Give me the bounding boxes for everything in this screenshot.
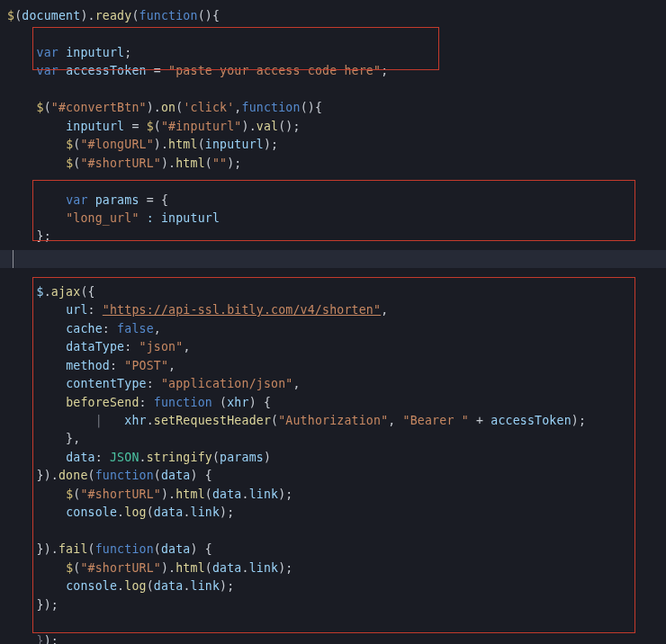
- code-token: ).: [154, 138, 168, 151]
- code-line[interactable]: };: [7, 228, 666, 246]
- code-token: function: [95, 542, 154, 556]
- code-line[interactable]: [7, 173, 666, 191]
- code-line[interactable]: [7, 264, 666, 282]
- code-token: "#convertBtn": [51, 101, 147, 114]
- code-token: html: [176, 157, 205, 170]
- code-line[interactable]: $("#longURL").html(inputurl);: [7, 136, 666, 154]
- code-line[interactable]: [7, 614, 666, 632]
- code-line[interactable]: [7, 523, 666, 541]
- code-line[interactable]: var accessToken = "paste your access cod…: [7, 62, 666, 80]
- code-token: data: [154, 505, 184, 519]
- code-token: .: [242, 561, 249, 575]
- code-token: :: [147, 377, 161, 390]
- code-line[interactable]: dataType: "json",: [7, 338, 666, 356]
- code-token: link: [191, 505, 220, 519]
- code-token: "application/json": [161, 377, 293, 390]
- code-token: [7, 157, 66, 170]
- code-line[interactable]: });: [7, 596, 666, 614]
- code-token: var: [66, 193, 87, 207]
- code-line[interactable]: $("#shortURL").html("");: [7, 155, 666, 173]
- code-line[interactable]: cache: false,: [7, 320, 666, 338]
- code-token: .: [242, 487, 249, 501]
- code-line[interactable]: $("#convertBtn").on('click',function(){: [7, 99, 666, 117]
- code-token: [7, 359, 66, 372]
- code-line[interactable]: [7, 246, 666, 264]
- code-token: "POST": [124, 359, 168, 372]
- code-line[interactable]: $("#shortURL").html(data.link);: [7, 559, 666, 577]
- code-token: [7, 193, 66, 207]
- code-token: ).: [161, 561, 176, 575]
- code-line[interactable]: var params = {: [7, 192, 666, 210]
- code-token: );: [572, 414, 586, 427]
- code-token: [7, 579, 66, 593]
- code-token: [154, 211, 161, 225]
- code-token: function: [95, 469, 154, 482]
- code-line[interactable]: console.log(data.link);: [7, 504, 666, 522]
- code-line[interactable]: "long_url" : inputurl: [7, 210, 666, 228]
- code-line[interactable]: method: "POST",: [7, 357, 666, 375]
- code-token: (: [88, 542, 95, 556]
- code-token: [7, 505, 66, 519]
- code-line[interactable]: [7, 25, 666, 43]
- code-token: function: [154, 396, 212, 409]
- code-token: "#shortURL": [80, 561, 161, 575]
- code-token: link: [249, 487, 279, 501]
- code-line[interactable]: $.ajax({: [7, 283, 666, 301]
- code-line[interactable]: [7, 81, 666, 99]
- code-line[interactable]: url: "https://api-ssl.bitly.com/v4/short…: [7, 301, 666, 319]
- code-token: stringify: [147, 451, 212, 464]
- code-token: =: [147, 64, 168, 77]
- code-token: (: [271, 414, 278, 427]
- code-token: [7, 138, 66, 151]
- code-token: html: [176, 561, 205, 575]
- code-line[interactable]: var inputurl;: [7, 44, 666, 62]
- code-line[interactable]: beforeSend: function (xhr) {: [7, 394, 666, 412]
- code-token: params: [220, 451, 264, 464]
- code-token: ).: [80, 9, 94, 22]
- code-line[interactable]: $("#shortURL").html(data.link);: [7, 486, 666, 504]
- code-line[interactable]: console.log(data.link);: [7, 577, 666, 595]
- code-line[interactable]: }).fail(function(data) {: [7, 541, 666, 559]
- code-token: $: [7, 9, 14, 22]
- code-token: (: [147, 579, 154, 593]
- code-token: );: [278, 487, 292, 501]
- code-token: );: [278, 561, 292, 575]
- code-token: [7, 120, 66, 133]
- code-line[interactable]: | xhr.setRequestHeader("Authorization", …: [7, 412, 666, 430]
- code-token: [7, 322, 66, 335]
- code-token: url: [66, 303, 87, 317]
- code-token: done: [58, 469, 88, 482]
- text-cursor: [13, 250, 14, 268]
- code-token: $: [37, 285, 44, 299]
- code-token: data: [161, 542, 191, 556]
- code-token: ): [264, 451, 271, 464]
- code-line[interactable]: });: [7, 632, 666, 644]
- code-token: html: [168, 138, 198, 151]
- code-line[interactable]: data: JSON.stringify(params): [7, 449, 666, 467]
- code-token: (: [154, 469, 161, 482]
- code-token: inputurl: [205, 138, 264, 151]
- code-token: [7, 377, 66, 390]
- code-line[interactable]: contentType: "application/json",: [7, 375, 666, 393]
- code-token: xhr: [124, 414, 146, 427]
- code-line[interactable]: inputurl = $("#inputurl").val();: [7, 118, 666, 136]
- code-token: :: [88, 303, 103, 317]
- code-token: .: [183, 505, 190, 519]
- code-token: document: [22, 9, 80, 22]
- code-token: inputurl: [66, 120, 124, 133]
- code-token: var: [37, 64, 58, 77]
- code-token: data: [154, 579, 184, 593]
- code-line[interactable]: $(document).ready(function(){: [7, 7, 666, 25]
- code-token: accessToken: [490, 414, 572, 427]
- code-token: ajax: [51, 285, 81, 299]
- code-token: );: [220, 505, 234, 519]
- code-token: data: [161, 469, 191, 482]
- code-token: .: [140, 451, 147, 464]
- code-editor-view[interactable]: $(document).ready(function(){ var inputu…: [7, 7, 666, 644]
- code-token: +: [469, 414, 490, 427]
- code-line[interactable]: }).done(function(data) {: [7, 467, 666, 485]
- code-token: ;: [124, 46, 131, 59]
- code-token: [7, 414, 95, 427]
- code-line[interactable]: },: [7, 430, 666, 448]
- code-token: [7, 285, 37, 299]
